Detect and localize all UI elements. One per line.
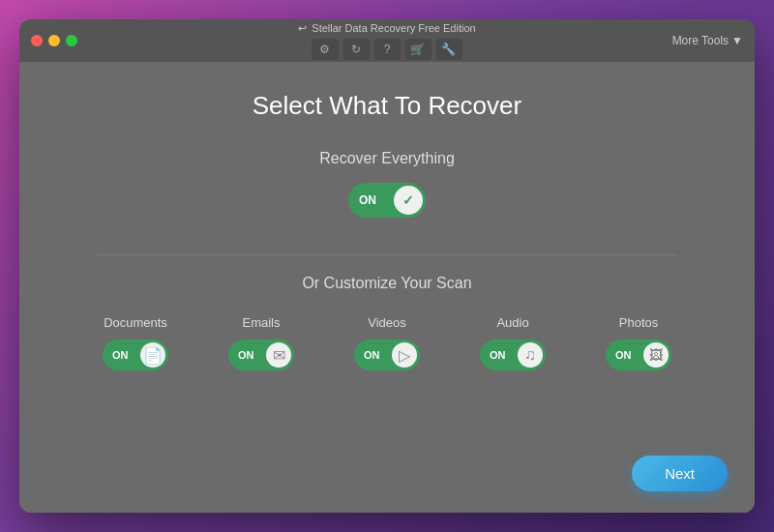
app-window: ↩ Stellar Data Recovery Free Edition ⚙ ↻… xyxy=(19,19,755,513)
history-icon[interactable]: ↻ xyxy=(342,39,370,60)
file-type-audio: Audio ON ♫ xyxy=(464,315,561,370)
photos-toggle[interactable]: ON 🖼 xyxy=(606,340,671,370)
close-button[interactable] xyxy=(31,35,43,46)
documents-toggle-row: ON 📄 xyxy=(103,340,168,370)
documents-label: Documents xyxy=(104,315,167,330)
checkmark-icon: ✓ xyxy=(402,192,414,208)
audio-icon: ♫ xyxy=(524,346,536,364)
toggle-circle: ✓ xyxy=(394,186,423,215)
videos-label: Videos xyxy=(368,315,406,330)
documents-toggle[interactable]: ON 📄 xyxy=(103,340,168,370)
videos-on-text: ON xyxy=(364,349,380,361)
more-tools-chevron: ▼ xyxy=(731,34,743,47)
app-title-text: Stellar Data Recovery Free Edition xyxy=(312,22,475,34)
more-tools-label: More Tools xyxy=(672,34,729,47)
photos-on-text: ON xyxy=(615,349,632,361)
file-types-row: Documents ON 📄 Emails ON xyxy=(87,315,687,370)
divider xyxy=(97,254,677,255)
settings-icon[interactable]: ⚙ xyxy=(312,39,339,60)
cart-icon[interactable]: 🛒 xyxy=(404,39,432,60)
page-title: Select What To Recover xyxy=(253,91,521,121)
emails-circle: ✉ xyxy=(266,342,291,368)
videos-icon: ▷ xyxy=(399,346,410,365)
recover-everything-section: ON ✓ xyxy=(348,183,426,218)
file-type-emails: Emails ON ✉ xyxy=(213,315,310,370)
emails-label: Emails xyxy=(242,315,280,330)
title-icon: ↩ xyxy=(298,22,307,35)
photos-toggle-row: ON 🖼 xyxy=(606,340,671,370)
tools-icon[interactable]: 🔧 xyxy=(435,39,462,60)
videos-toggle[interactable]: ON ▷ xyxy=(354,340,420,370)
documents-icon: 📄 xyxy=(143,346,163,365)
documents-on-text: ON xyxy=(112,349,129,361)
photos-circle: 🖼 xyxy=(643,342,669,368)
recover-everything-label: Recover Everything xyxy=(319,150,455,167)
traffic-lights xyxy=(31,35,77,46)
documents-circle: 📄 xyxy=(140,342,165,368)
recover-everything-toggle[interactable]: ON ✓ xyxy=(348,183,426,218)
help-icon[interactable]: ? xyxy=(373,39,401,60)
next-button[interactable]: Next xyxy=(632,456,728,491)
emails-on-text: ON xyxy=(238,349,254,361)
audio-circle: ♫ xyxy=(518,342,543,368)
audio-toggle[interactable]: ON ♫ xyxy=(480,340,546,370)
audio-on-text: ON xyxy=(490,349,506,361)
file-type-documents: Documents ON 📄 xyxy=(87,315,184,370)
videos-circle: ▷ xyxy=(392,342,417,368)
titlebar-center: ↩ Stellar Data Recovery Free Edition ⚙ ↻… xyxy=(298,22,475,60)
minimize-button[interactable] xyxy=(48,35,60,46)
toolbar-icons: ⚙ ↻ ? 🛒 🔧 xyxy=(312,39,462,60)
audio-toggle-row: ON ♫ xyxy=(480,340,546,370)
file-type-photos: Photos ON 🖼 xyxy=(590,315,687,370)
videos-toggle-row: ON ▷ xyxy=(354,340,420,370)
app-title-bar: ↩ Stellar Data Recovery Free Edition xyxy=(298,22,475,35)
maximize-button[interactable] xyxy=(66,35,77,46)
audio-label: Audio xyxy=(496,315,528,330)
photos-icon: 🖼 xyxy=(649,347,663,363)
recover-toggle-on-text: ON xyxy=(359,193,376,207)
customize-label: Or Customize Your Scan xyxy=(302,275,471,292)
emails-icon: ✉ xyxy=(273,346,285,365)
titlebar: ↩ Stellar Data Recovery Free Edition ⚙ ↻… xyxy=(19,19,755,62)
main-content: Select What To Recover Recover Everythin… xyxy=(19,62,755,513)
emails-toggle[interactable]: ON ✉ xyxy=(228,340,294,370)
emails-toggle-row: ON ✉ xyxy=(228,340,294,370)
photos-label: Photos xyxy=(619,315,658,330)
file-type-videos: Videos ON ▷ xyxy=(339,315,435,370)
more-tools-button[interactable]: More Tools ▼ xyxy=(672,34,743,47)
